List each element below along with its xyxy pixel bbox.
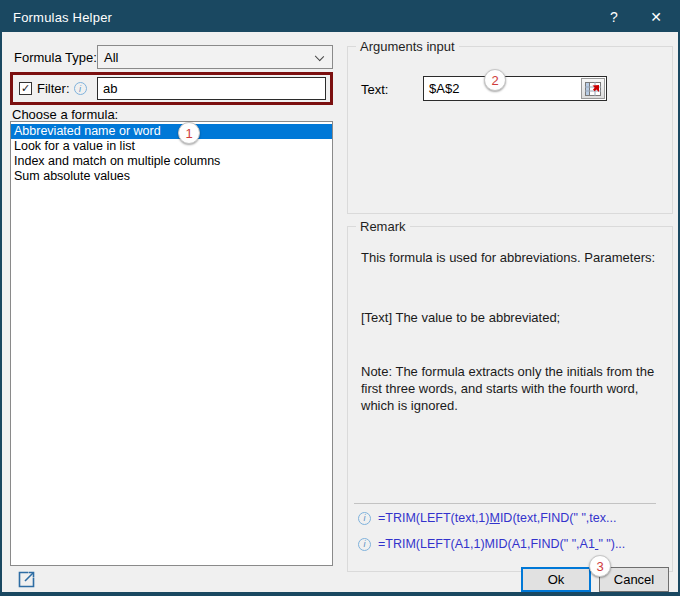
arguments-group-label: Arguments input [356, 39, 459, 54]
checkmark-icon: ✓ [21, 83, 30, 94]
remark-line-2: [Text] The value to be abbreviated; [361, 309, 663, 326]
filter-highlight-box: ✓ Filter: i ab [10, 72, 333, 105]
formula-link-1[interactable]: i =TRIM(LEFT(text,1)MID(text,FIND(" ",te… [358, 511, 616, 525]
formula-text-2: =TRIM(LEFT(A1,1)MID(A1,FIND(" ",A1 " ").… [378, 537, 625, 551]
remark-line-1: This formula is used for abbreviations. … [361, 249, 663, 266]
titlebar: Formulas Helper ? ✕ [2, 2, 678, 32]
info-icon: i [358, 512, 371, 525]
choose-formula-label: Choose a formula: [12, 107, 118, 122]
annotation-step-3: 3 [589, 555, 611, 577]
filter-checkbox[interactable]: ✓ [19, 82, 32, 95]
text-arg-label: Text: [361, 82, 388, 97]
text-arg-value: $A$2 [429, 81, 459, 96]
range-selector-button[interactable] [581, 78, 605, 99]
list-item-look-for-value[interactable]: Look for a value in list [11, 139, 332, 154]
window-title: Formulas Helper [13, 10, 112, 25]
formula-link-2[interactable]: i =TRIM(LEFT(A1,1)MID(A1,FIND(" ",A1 " "… [358, 537, 625, 551]
list-item-sum-absolute[interactable]: Sum absolute values [11, 169, 332, 184]
remark-divider [354, 503, 656, 504]
share-button[interactable] [16, 569, 37, 590]
remark-group: Remark This formula is used for abbrevia… [347, 226, 673, 572]
chevron-down-icon [315, 52, 324, 61]
ok-button[interactable]: Ok [521, 567, 591, 592]
share-icon [16, 569, 37, 590]
info-icon: i [74, 82, 87, 95]
text-arg-input[interactable]: $A$2 [423, 76, 607, 101]
info-icon: i [358, 538, 371, 551]
annotation-step-2: 2 [484, 69, 506, 91]
annotation-step-1: 1 [178, 122, 200, 144]
close-icon[interactable]: ✕ [636, 2, 676, 32]
help-icon[interactable]: ? [594, 2, 634, 32]
filter-label: Filter: [37, 81, 70, 96]
filter-input[interactable]: ab [97, 77, 326, 100]
remark-group-label: Remark [356, 219, 410, 234]
list-item-abbreviated-name[interactable]: Abbreviated name or word [11, 124, 332, 139]
range-selector-icon [585, 82, 601, 96]
arguments-input-group: Arguments input Text: $A$2 [347, 46, 673, 214]
filter-input-value: ab [103, 81, 117, 96]
formula-type-label: Formula Type: [14, 50, 97, 65]
list-item-index-match[interactable]: Index and match on multiple columns [11, 154, 332, 169]
formula-listbox[interactable]: Abbreviated name or word Look for a valu… [10, 121, 333, 566]
remark-line-3: Note: The formula extracts only the init… [361, 363, 663, 414]
formula-text-1: =TRIM(LEFT(text,1)MID(text,FIND(" ",tex.… [378, 511, 616, 525]
formulas-helper-dialog: Formulas Helper ? ✕ Formula Type: All ✓ … [0, 0, 680, 596]
formula-type-dropdown[interactable]: All [97, 45, 333, 69]
formula-type-value: All [104, 50, 118, 65]
